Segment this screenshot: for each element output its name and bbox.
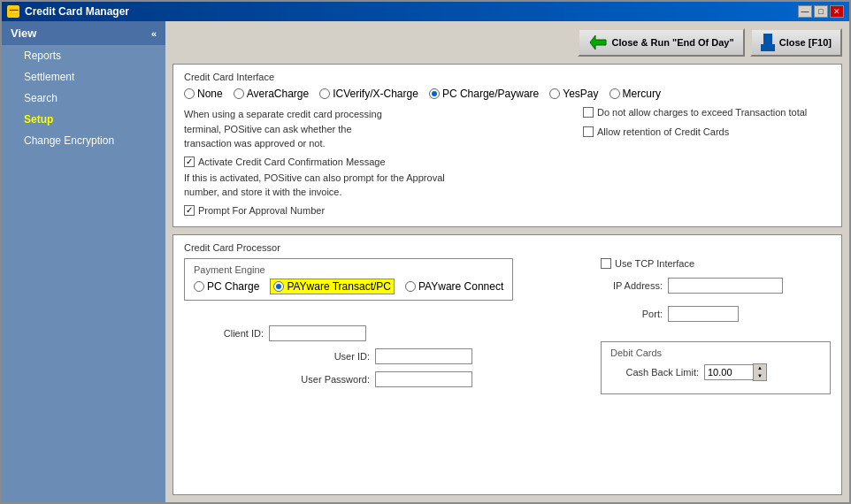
cc-interface-box: Credit Card Interface None AveraCharge I… [172,64,842,227]
sidebar-item-search[interactable]: Search [2,88,165,109]
close-icon [761,34,775,51]
radio-averacharge-circle [234,88,244,99]
radio-payware-transact[interactable]: PAYware Transact/PC [270,279,395,294]
spin-up-button[interactable]: ▲ [754,364,766,372]
radio-none[interactable]: None [184,88,223,100]
user-password-input[interactable] [375,371,472,387]
retain-checkbox[interactable] [583,126,594,137]
ip-address-row: IP Address: [601,278,831,294]
main-panel: Close & Run "End Of Day" Close [F10] Cre… [165,21,849,502]
cc-interface-content: When using a separate credit card proces… [184,107,831,219]
svg-rect-2 [761,44,775,51]
radio-payware-connect-label: PAYware Connect [418,280,503,293]
radio-yespay[interactable]: YesPay [549,88,598,100]
ip-address-label: IP Address: [601,280,663,291]
radio-payware-connect[interactable]: PAYware Connect [405,280,503,293]
cc-interface-title: Credit Card Interface [184,72,831,82]
radio-yespay-label: YesPay [563,88,598,100]
sidebar: View « Reports Settlement Search Setup C… [2,21,165,502]
radio-icverify-circle [319,88,330,99]
cc-radio-row: None AveraCharge ICVerify/X-Charge PC Ch… [184,88,831,100]
radio-none-label: None [197,88,223,100]
svg-marker-0 [590,35,606,50]
radio-pccharge-label: PC Charge/Payware [442,88,539,100]
ip-address-input[interactable] [668,278,783,294]
client-id-label: Client ID: [184,328,264,339]
radio-pc-charge-circle [194,281,204,292]
radio-mercury[interactable]: Mercury [610,88,661,100]
sidebar-title: View [11,27,36,40]
prompt-checkbox[interactable] [184,205,195,216]
top-buttons: Close & Run "End Of Day" Close [F10] [172,28,842,57]
close-button[interactable]: Close [F10] [750,28,842,57]
port-input[interactable] [668,306,739,322]
processor-left: Payment Engine PC Charge PAYware Transac… [184,258,586,394]
user-id-label: User ID: [290,351,370,362]
tcp-label: Use TCP Interface [615,258,694,269]
sidebar-header: View « [2,21,165,45]
no-exceed-label: Do not allow charges to exceed Transacti… [597,107,807,118]
sidebar-item-reports[interactable]: Reports [2,45,165,66]
processor-layout: Payment Engine PC Charge PAYware Transac… [184,258,831,394]
radio-mercury-label: Mercury [623,88,661,100]
port-row: Port: [601,306,831,322]
cash-back-row: Cash Back Limit: 10.00 ▲ ▼ [610,363,821,381]
radio-payware-transact-circle [273,281,284,292]
title-buttons: — □ ✕ [798,5,844,18]
tcp-checkbox[interactable] [601,258,611,269]
form-fields: Client ID: User ID: User Password: [184,325,586,387]
close-run-button[interactable]: Close & Run "End Of Day" [578,28,745,57]
payment-engine-radio-row: PC Charge PAYware Transact/PC PAYware Co… [194,279,503,294]
prompt-checkbox-label: Prompt For Approval Number [198,205,325,216]
sidebar-item-settlement[interactable]: Settlement [2,66,165,88]
port-label: Port: [601,309,663,319]
debit-cards-box: Debit Cards Cash Back Limit: 10.00 ▲ ▼ [601,341,831,394]
cc-processor-box: Credit Card Processor Payment Engine PC … [172,234,842,496]
run-end-of-day-icon [588,34,608,51]
maximize-button[interactable]: □ [814,5,828,18]
activate-checkbox-label: Activate Credit Card Confirmation Messag… [198,157,386,167]
radio-yespay-circle [549,88,560,99]
payment-engine-title: Payment Engine [194,264,503,275]
radio-pc-charge-label: PC Charge [207,280,259,293]
cc-processor-title: Credit Card Processor [184,242,831,253]
tcp-checkbox-row: Use TCP Interface [601,258,831,269]
processor-right: Use TCP Interface IP Address: Port: [601,258,831,394]
prompt-checkbox-row: Prompt For Approval Number [184,205,565,216]
cc-description1: When using a separate credit card proces… [184,107,565,151]
radio-averacharge[interactable]: AveraCharge [234,88,310,100]
sidebar-item-change-encryption[interactable]: Change Encryption [2,130,165,151]
spin-down-button[interactable]: ▼ [754,372,766,380]
cc-description2: If this is activated, POSitive can also … [184,171,565,200]
no-exceed-checkbox[interactable] [583,107,594,118]
client-id-input[interactable] [269,325,366,341]
sidebar-collapse-icon[interactable]: « [151,28,157,39]
radio-payware-transact-label: PAYware Transact/PC [287,280,391,293]
radio-icverify[interactable]: ICVerify/X-Charge [319,88,418,100]
user-id-input[interactable] [375,348,472,364]
radio-pc-charge[interactable]: PC Charge [194,280,259,293]
cash-back-spinbox: 10.00 ▲ ▼ [704,363,767,381]
radio-averacharge-label: AveraCharge [247,88,310,100]
window-icon: 💳 [7,5,19,18]
radio-none-circle [184,88,195,99]
minimize-button[interactable]: — [798,5,812,18]
user-password-row: User Password: [290,371,586,387]
radio-icverify-label: ICVerify/X-Charge [333,88,418,100]
activate-checkbox[interactable] [184,157,195,167]
spinbox-buttons: ▲ ▼ [753,363,767,381]
sidebar-item-setup[interactable]: Setup [2,109,165,130]
user-password-label: User Password: [290,374,370,385]
retain-checkbox-row: Allow retention of Credit Cards [583,126,831,137]
radio-pccharge[interactable]: PC Charge/Payware [429,88,539,100]
close-label: Close [F10] [779,37,832,48]
radio-pccharge-circle [429,88,440,99]
radio-mercury-circle [610,88,620,99]
window-title: Credit Card Manager [25,5,129,18]
user-id-row: User ID: [290,348,586,364]
cash-back-input[interactable]: 10.00 [704,364,753,380]
close-window-button[interactable]: ✕ [830,5,844,18]
debit-cards-title: Debit Cards [610,347,821,358]
cc-right: Do not allow charges to exceed Transacti… [583,107,831,219]
cc-left: When using a separate credit card proces… [184,107,565,219]
